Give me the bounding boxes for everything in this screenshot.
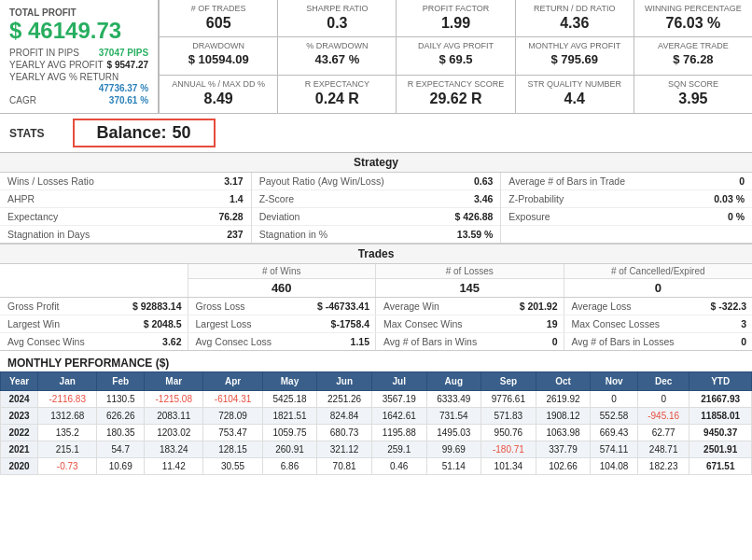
year-cell: 2022 xyxy=(1,425,38,441)
return-dd-value: 4.36 xyxy=(522,15,628,32)
profit-factor-cell: PROFIT FACTOR 1.99 xyxy=(396,0,514,37)
r-expectancy-cell: R EXPECTANCY 0.24 R xyxy=(277,76,396,113)
yearly-avg-pct-value: 47736.37 % xyxy=(99,83,148,93)
wins-count: 460 xyxy=(188,279,376,297)
month-cell: 1642.61 xyxy=(371,408,426,425)
profit-in-pips-value: 37047 PIPS xyxy=(99,48,148,58)
month-cell: 135.2 xyxy=(38,425,97,441)
month-cell: 9776.61 xyxy=(481,391,536,408)
avg-consec-loss-cell: Avg Consec Loss 1.15 xyxy=(188,333,377,350)
month-cell: -180.71 xyxy=(481,441,536,458)
daily-avg-label: DAILY AVG PROFIT xyxy=(402,41,508,50)
trades-section: Trades # of Wins 460 # of Losses 145 # o… xyxy=(0,244,752,351)
month-cell: 248.71 xyxy=(637,441,689,458)
col-oct: Oct xyxy=(536,372,591,391)
col-mar: Mar xyxy=(145,372,203,391)
month-cell: 321.12 xyxy=(317,441,372,458)
profit-factor-label: PROFIT FACTOR xyxy=(402,4,508,13)
month-cell: -945.16 xyxy=(637,408,689,425)
drawdown-label: DRAWDOWN xyxy=(165,41,272,50)
month-cell: 182.23 xyxy=(637,458,689,475)
col-sep: Sep xyxy=(481,372,536,391)
col-nov: Nov xyxy=(591,372,638,391)
r-expectancy-score-cell: R EXPECTANCY SCORE 29.62 R xyxy=(396,76,514,113)
col-jun: Jun xyxy=(317,372,372,391)
month-cell: 104.08 xyxy=(591,458,638,475)
yearly-avg-profit-label: YEARLY AVG PROFIT xyxy=(9,60,104,70)
strategy-title: Strategy xyxy=(0,153,752,173)
str-quality-label: STR QUALITY NUMBER xyxy=(522,79,628,89)
sharpe-label: SHARPE RATIO xyxy=(284,4,390,13)
month-cell: 6.86 xyxy=(262,458,317,475)
cagr-value: 370.61 % xyxy=(109,95,148,105)
sqn-value: 3.95 xyxy=(640,91,746,107)
avg-trade-label: AVERAGE TRADE xyxy=(640,41,746,50)
month-cell: 2619.92 xyxy=(536,391,591,408)
month-cell: 54.7 xyxy=(97,441,145,458)
month-cell: 1821.51 xyxy=(262,408,317,425)
ytd-cell: 671.51 xyxy=(689,458,752,475)
cancelled-header-cell: # of Cancelled/Expired 0 xyxy=(564,264,753,297)
pct-drawdown-value: 43.67 % xyxy=(284,52,390,66)
col-apr: Apr xyxy=(203,372,262,391)
year-cell: 2024 xyxy=(1,391,38,408)
month-cell: 950.76 xyxy=(481,425,536,441)
total-profit-value: $ 46149.73 xyxy=(9,18,148,44)
month-cell: 3567.19 xyxy=(371,391,426,408)
balance-box: Balance: 50 xyxy=(73,119,216,147)
col-jan: Jan xyxy=(38,372,97,391)
month-cell: 1908.12 xyxy=(536,408,591,425)
winning-pct-label: WINNING PERCENTAGE xyxy=(640,4,746,13)
winning-pct-value: 76.03 % xyxy=(640,15,746,32)
gross-loss-cell: Gross Loss $ -46733.41 xyxy=(188,298,377,315)
sqn-label: SQN SCORE xyxy=(640,79,746,89)
year-cell: 2020 xyxy=(1,458,38,475)
month-cell: 5425.18 xyxy=(262,391,317,408)
sqn-cell: SQN SCORE 3.95 xyxy=(634,76,752,113)
month-cell: 51.14 xyxy=(426,458,481,475)
month-cell: 0.46 xyxy=(371,458,426,475)
stats-grid: # OF TRADES 605 SHARPE RATIO 0.3 PROFIT … xyxy=(159,0,752,113)
max-consec-losses-cell: Max Consec Losses 3 xyxy=(564,315,753,332)
month-cell: 669.43 xyxy=(591,425,638,441)
month-cell: 1203.02 xyxy=(145,425,203,441)
month-cell: 337.79 xyxy=(536,441,591,458)
avg-loss-cell: Average Loss $ -322.3 xyxy=(564,298,753,315)
cancelled-count: 0 xyxy=(564,279,753,297)
monthly-title: MONTHLY PERFORMANCE ($) xyxy=(0,355,752,371)
ytd-cell: 2501.91 xyxy=(689,441,752,458)
str-quality-cell: STR QUALITY NUMBER 4.4 xyxy=(515,76,634,113)
annual-pct-value: 8.49 xyxy=(165,91,272,107)
annual-pct-cell: ANNUAL % / MAX DD % 8.49 xyxy=(159,76,277,113)
col-aug: Aug xyxy=(426,372,481,391)
ytd-cell: 21667.93 xyxy=(689,391,752,408)
month-cell: 574.11 xyxy=(591,441,638,458)
sharpe-cell: SHARPE RATIO 0.3 xyxy=(277,0,396,37)
winning-pct-cell: WINNING PERCENTAGE 76.03 % xyxy=(634,0,752,37)
month-cell: 571.83 xyxy=(481,408,536,425)
trades-title: Trades xyxy=(0,244,752,264)
max-consec-wins-cell: Max Consec Wins 19 xyxy=(376,315,564,332)
profit-panel: TOTAL PROFIT $ 46149.73 PROFIT IN PIPS 3… xyxy=(0,0,159,113)
month-cell: 11.42 xyxy=(145,458,203,475)
r-expectancy-label: R EXPECTANCY xyxy=(284,79,390,89)
col-may: May xyxy=(262,372,317,391)
month-cell: 731.54 xyxy=(426,408,481,425)
cagr-label: CAGR xyxy=(9,95,36,105)
avg-trade-cell: AVERAGE TRADE $ 76.28 xyxy=(634,37,752,75)
col-jul: Jul xyxy=(371,372,426,391)
drawdown-value: $ 10594.09 xyxy=(165,52,272,66)
month-cell: 2083.11 xyxy=(145,408,203,425)
yearly-avg-profit-value: $ 9547.27 xyxy=(107,60,149,70)
profit-factor-value: 1.99 xyxy=(402,15,508,32)
month-cell: 6333.49 xyxy=(426,391,481,408)
col-year: Year xyxy=(1,372,38,391)
num-trades-label: # OF TRADES xyxy=(165,4,272,13)
daily-avg-cell: DAILY AVG PROFIT $ 69.5 xyxy=(396,37,514,75)
balance-value: 50 xyxy=(173,123,191,143)
sharpe-value: 0.3 xyxy=(284,15,390,32)
strategy-col-3: Average # of Bars in Trade 0 Z-Probabili… xyxy=(501,173,752,243)
balance-label: Balance: xyxy=(97,123,167,143)
monthly-avg-value: $ 795.69 xyxy=(522,52,628,66)
annual-pct-label: ANNUAL % / MAX DD % xyxy=(165,79,272,89)
